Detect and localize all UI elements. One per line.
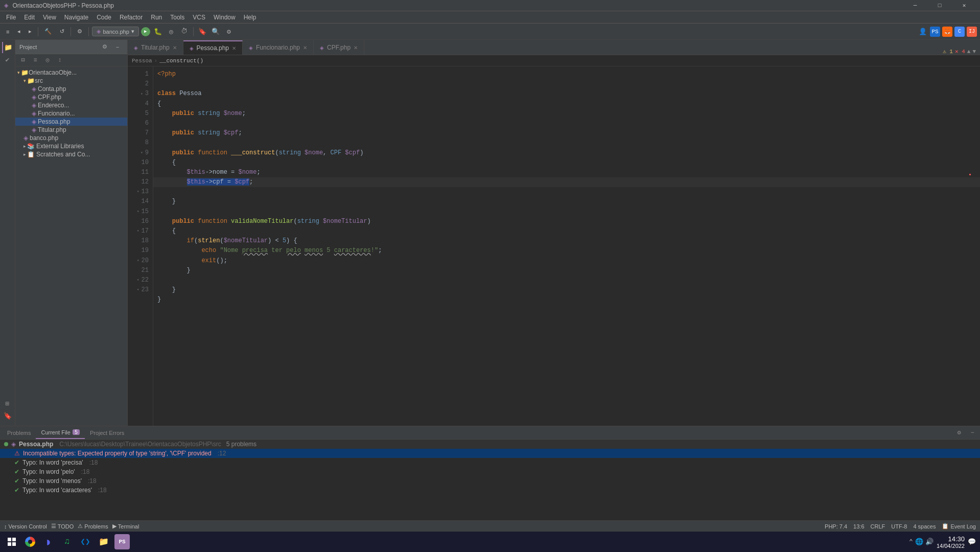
event-log-btn[interactable]: 📋 Event Log: [942, 523, 976, 530]
close-button[interactable]: ✕: [952, 0, 976, 11]
menu-vcs[interactable]: VCS: [189, 13, 209, 22]
gear-button[interactable]: ⚙: [223, 26, 235, 37]
toolbar-project-config[interactable]: ⚙: [74, 27, 85, 36]
explorer-taskbar-btn[interactable]: 📁: [96, 534, 111, 549]
fold-marker-20[interactable]: ▾: [137, 258, 139, 264]
phpstorm-icon[interactable]: PS: [930, 27, 940, 37]
tab-titular[interactable]: ◈ Titular.php ✕: [128, 40, 183, 55]
tree-cpf[interactable]: ◈ CPF.php: [15, 93, 127, 101]
sidebar-project-icon[interactable]: 📁: [2, 42, 13, 53]
menu-tools[interactable]: Tools: [166, 13, 189, 22]
tree-src-folder[interactable]: ▾ 📁 src: [15, 77, 127, 85]
todo-btn[interactable]: ☰ TODO: [51, 523, 74, 530]
fold-marker-13[interactable]: ▾: [137, 189, 139, 195]
scroll-from-source-btn[interactable]: ↕: [54, 55, 65, 66]
funcionario-tab-close[interactable]: ✕: [303, 45, 307, 51]
problem-error-row[interactable]: ⚠ Incompatible types: Expected property …: [0, 449, 980, 458]
bookmark-button[interactable]: 🔖: [197, 26, 208, 37]
toolbar-back-btn[interactable]: ◂: [14, 27, 24, 36]
browser-icon-2[interactable]: C: [954, 27, 965, 37]
network-icon[interactable]: 🌐: [915, 538, 923, 546]
toolbar-expand-btn[interactable]: ≡: [3, 28, 12, 36]
tree-conta[interactable]: ◈ Conta.php: [15, 85, 127, 93]
discord-taskbar-btn[interactable]: ◗: [41, 534, 56, 549]
find-button[interactable]: 🔍: [210, 26, 221, 37]
sidebar-bookmarks-icon[interactable]: 🔖: [2, 410, 13, 422]
tree-root[interactable]: ▾ 📁 OrientacaoObje...: [15, 68, 127, 77]
toolbar-sync-btn[interactable]: ↺: [57, 27, 67, 36]
menu-navigate[interactable]: Navigate: [60, 13, 92, 22]
minimize-button[interactable]: ─: [903, 0, 927, 11]
debug-button[interactable]: 🐛: [152, 26, 164, 37]
toolbar-forward-btn[interactable]: ▸: [26, 27, 35, 36]
fold-marker-17[interactable]: ▾: [137, 228, 139, 235]
menu-run[interactable]: Run: [147, 13, 166, 22]
problem-typo-row-4[interactable]: ✔ Typo: In word 'caracteres' :18: [0, 486, 980, 495]
run-button[interactable]: ▶: [141, 27, 150, 36]
menu-window[interactable]: Window: [209, 13, 240, 22]
tree-funcionario[interactable]: ◈ Funcionario...: [15, 109, 127, 118]
menu-help[interactable]: Help: [240, 13, 261, 22]
problem-file-row[interactable]: ◈ Pessoa.php C:\Users\lucas\Desktop\Trai…: [0, 440, 980, 449]
code-editor[interactable]: 1 2 ▾ 3 4 5 6 7 8 ▾ 9 10 11 12 ▾: [128, 66, 980, 426]
sidebar-structure-icon[interactable]: ⊞: [2, 398, 13, 409]
menu-code[interactable]: Code: [92, 13, 115, 22]
tree-scratches[interactable]: ▸ 📋 Scratches and Co...: [15, 150, 127, 158]
sidebar-commit-icon[interactable]: ✔: [2, 54, 13, 65]
terminal-btn[interactable]: ▶ Terminal: [112, 523, 139, 530]
phpstorm-taskbar-btn[interactable]: PS: [114, 534, 130, 549]
time-display[interactable]: 14:30 14/04/2022: [937, 535, 965, 549]
tree-pessoa[interactable]: ◈ Pessoa.php: [15, 118, 127, 126]
browser-icon-3[interactable]: IJ: [967, 27, 977, 37]
menu-file[interactable]: File: [2, 13, 20, 22]
panel-collapse-icon[interactable]: −: [112, 41, 123, 53]
collapse-all-btn[interactable]: ⊟: [17, 55, 29, 66]
tray-expand-icon[interactable]: ⌃: [909, 538, 913, 546]
run-config-display[interactable]: ◈ banco.php ▾: [92, 27, 138, 36]
tab-problems[interactable]: Problems: [2, 427, 36, 439]
problem-typo-row-1[interactable]: ✔ Typo: In word 'precisa' :18: [0, 458, 980, 467]
locate-file-btn[interactable]: ◎: [42, 55, 53, 66]
tree-banco[interactable]: ◈ banco.php: [15, 134, 127, 142]
tree-endereco[interactable]: ◈ Endereco...: [15, 101, 127, 109]
maximize-button[interactable]: □: [928, 0, 951, 11]
tree-titular[interactable]: ◈ Titular.php: [15, 126, 127, 134]
menu-refactor[interactable]: Refactor: [115, 13, 147, 22]
browser-icon-1[interactable]: 🦊: [942, 27, 952, 37]
panel-close-btn[interactable]: −: [967, 427, 978, 439]
profile-button[interactable]: ⏱: [179, 26, 190, 37]
version-control-btn[interactable]: ↕ Version Control: [4, 523, 47, 530]
code-content[interactable]: <?php class Pessoa { public string $nome…: [153, 66, 980, 426]
tab-current-file[interactable]: Current File 5: [36, 427, 84, 439]
fold-marker-3[interactable]: ▾: [141, 91, 143, 98]
tab-cpf[interactable]: ◈ CPF.php ✕: [314, 40, 364, 55]
spotify-taskbar-btn[interactable]: ♫: [59, 534, 75, 549]
problem-typo-row-2[interactable]: ✔ Typo: In word 'pelo' :18: [0, 467, 980, 476]
titular-tab-close[interactable]: ✕: [173, 45, 177, 51]
tab-pessoa[interactable]: ◈ Pessoa.php ✕: [183, 40, 243, 55]
expand-all-btn[interactable]: ≡: [30, 55, 41, 66]
menu-edit[interactable]: Edit: [20, 13, 39, 22]
gutter-arrow-down[interactable]: ▼: [972, 49, 976, 55]
fold-marker-15[interactable]: ▾: [137, 209, 139, 215]
toolbar-build-btn[interactable]: 🔨: [41, 27, 55, 36]
panel-settings-btn[interactable]: ⚙: [953, 427, 965, 439]
panel-settings-icon[interactable]: ⚙: [99, 41, 110, 53]
coverage-button[interactable]: ◎: [166, 26, 177, 37]
user-icon[interactable]: 👤: [919, 28, 927, 36]
chrome-taskbar-btn[interactable]: [22, 534, 38, 549]
problem-typo-row-3[interactable]: ✔ Typo: In word 'menos' :18: [0, 476, 980, 486]
pessoa-tab-close[interactable]: ✕: [232, 45, 236, 51]
vscode-taskbar-btn[interactable]: ❮❯: [78, 534, 93, 549]
volume-icon[interactable]: 🔊: [925, 538, 934, 546]
tab-project-errors[interactable]: Project Errors: [85, 427, 129, 439]
gutter-arrow-up[interactable]: ▲: [967, 49, 971, 55]
cpf-tab-close[interactable]: ✕: [354, 45, 358, 51]
fold-marker-23[interactable]: ▾: [137, 287, 139, 293]
menu-view[interactable]: View: [39, 13, 60, 22]
fold-marker-9[interactable]: ▾: [141, 150, 143, 156]
problems-btn[interactable]: ⚠ Problems: [78, 523, 108, 530]
windows-start-btn[interactable]: [4, 534, 19, 549]
tab-funcionario[interactable]: ◈ Funcionario.php ✕: [243, 40, 314, 55]
tree-ext-libs[interactable]: ▸ 📚 External Libraries: [15, 142, 127, 150]
